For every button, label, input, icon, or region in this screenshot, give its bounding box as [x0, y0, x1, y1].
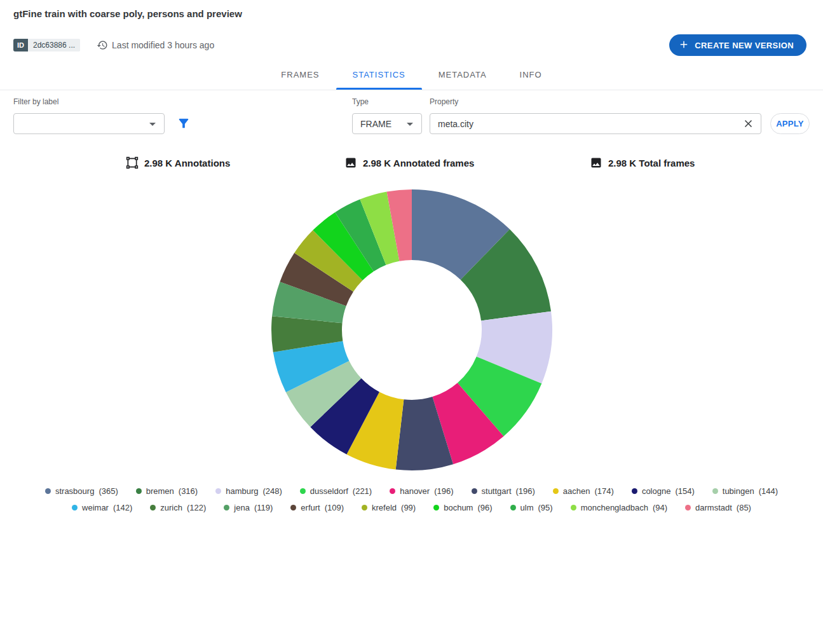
tab-frames[interactable]: FRAMES: [264, 60, 336, 90]
legend-count: (119): [254, 503, 273, 512]
legend-item-erfurt[interactable]: erfurt(109): [290, 503, 344, 512]
type-select-value: FRAME: [353, 119, 402, 129]
legend-item-krefeld[interactable]: krefeld(99): [362, 503, 416, 512]
legend-dot: [632, 488, 637, 494]
legend-count: (95): [538, 503, 553, 512]
dataset-id-chip[interactable]: ID 2dc63886 ...: [13, 39, 80, 51]
legend-item-monchengladbach[interactable]: monchengladbach(94): [571, 503, 667, 512]
legend-label: ulm: [520, 503, 534, 512]
legend-item-zurich[interactable]: zurich(122): [150, 503, 206, 512]
legend-count: (196): [434, 486, 453, 496]
stat-total-frames: 2.98 K Total frames: [590, 154, 695, 171]
filter-funnel-button[interactable]: [177, 116, 191, 132]
legend-count: (154): [675, 486, 694, 496]
stats-row: 2.98 K Annotations 2.98 K Annotated fram…: [0, 154, 823, 171]
filter-toolbar: Filter by label Type FRAME Property: [0, 90, 823, 137]
legend-label: bochum: [444, 503, 473, 512]
frames-icon: [344, 156, 357, 169]
legend-label: krefeld: [372, 503, 397, 512]
city-donut-chart: [271, 189, 553, 471]
legend-dot: [290, 505, 296, 510]
tab-statistics[interactable]: STATISTICS: [336, 60, 422, 90]
dataset-statistics-page: gtFine train with coarse poly, persons a…: [0, 0, 823, 644]
legend-item-tubingen[interactable]: tubingen(144): [712, 486, 778, 496]
page-title: gtFine train with coarse poly, persons a…: [13, 8, 808, 20]
legend-item-hanover[interactable]: hanover(196): [390, 486, 453, 496]
chart-legend: strasbourg(365)bremen(316)hamburg(248)du…: [0, 486, 823, 512]
tab-metadata[interactable]: METADATA: [422, 60, 503, 90]
chevron-down-icon: [145, 116, 164, 132]
header-meta-row: ID 2dc63886 ... Last modified 3 hours ag…: [13, 34, 808, 56]
legend-item-dusseldorf[interactable]: dusseldorf(221): [300, 486, 372, 496]
legend-count: (94): [653, 503, 667, 512]
last-modified: Last modified 3 hours ago: [97, 39, 214, 51]
legend-label: strasbourg: [55, 486, 94, 496]
legend-item-darmstadt[interactable]: darmstadt(85): [685, 503, 751, 512]
legend-dot: [45, 488, 51, 494]
legend-item-jena[interactable]: jena(119): [224, 503, 273, 512]
clear-icon[interactable]: [736, 118, 761, 130]
legend-label: monchengladbach: [581, 503, 648, 512]
legend-label: jena: [234, 503, 250, 512]
legend-item-bochum[interactable]: bochum(96): [433, 503, 492, 512]
legend-dot: [390, 488, 395, 494]
legend-label: dusseldorf: [310, 486, 348, 496]
legend-count: (99): [401, 503, 416, 512]
property-input[interactable]: [430, 119, 736, 129]
legend-dot: [224, 505, 229, 510]
history-icon: [97, 39, 108, 51]
legend-item-aachen[interactable]: aachen(174): [553, 486, 614, 496]
legend-dot: [712, 488, 718, 494]
legend-item-strasbourg[interactable]: strasbourg(365): [45, 486, 118, 496]
legend-count: (365): [99, 486, 118, 496]
type-select[interactable]: FRAME: [352, 113, 422, 134]
legend-dot: [472, 488, 477, 494]
legend-label: zurich: [160, 503, 182, 512]
chevron-down-icon: [402, 116, 421, 132]
legend-dot: [571, 505, 576, 510]
legend-item-ulm[interactable]: ulm(95): [510, 503, 553, 512]
legend-count: (144): [759, 486, 778, 496]
legend-dot: [685, 505, 691, 510]
legend-count: (142): [113, 503, 132, 512]
id-badge: ID: [13, 39, 28, 51]
plus-icon: [678, 39, 690, 52]
stat-annotations: 2.98 K Annotations: [126, 154, 230, 171]
legend-dot: [72, 505, 78, 510]
filter-icon: [177, 116, 191, 132]
property-field: [430, 113, 761, 134]
legend-count: (122): [187, 503, 206, 512]
legend-dot: [215, 488, 221, 494]
label-filter-label: Filter by label: [13, 97, 58, 106]
legend-item-cologne[interactable]: cologne(154): [632, 486, 695, 496]
legend-label: hamburg: [226, 486, 258, 496]
legend-dot: [362, 505, 367, 510]
legend-dot: [136, 488, 142, 494]
chart-area: [0, 189, 823, 471]
frames-icon: [590, 156, 602, 169]
create-new-version-button[interactable]: CREATE NEW VERSION: [669, 34, 806, 56]
annotations-icon: [126, 156, 139, 169]
legend-count: (316): [179, 486, 198, 496]
legend-item-stuttgart[interactable]: stuttgart(196): [472, 486, 535, 496]
tab-bar: FRAMES STATISTICS METADATA INFO: [0, 60, 823, 90]
legend-count: (85): [737, 503, 751, 512]
tab-info[interactable]: INFO: [503, 60, 559, 90]
legend-label: erfurt: [301, 503, 320, 512]
legend-dot: [510, 505, 516, 510]
legend-dot: [553, 488, 559, 494]
legend-item-bremen[interactable]: bremen(316): [136, 486, 198, 496]
legend-count: (174): [595, 486, 614, 496]
type-filter-label: Type: [352, 97, 369, 106]
label-filter-select[interactable]: [13, 113, 165, 134]
legend-item-weimar[interactable]: weimar(142): [72, 503, 132, 512]
legend-dot: [150, 505, 156, 510]
stat-annotated-frames: 2.98 K Annotated frames: [344, 154, 474, 171]
legend-item-hamburg[interactable]: hamburg(248): [215, 486, 282, 496]
stat-annotated-frames-label: 2.98 K Annotated frames: [363, 158, 474, 168]
legend-label: stuttgart: [482, 486, 512, 496]
dataset-id-value: 2dc63886 ...: [28, 39, 80, 51]
legend-dot: [300, 488, 306, 494]
apply-button[interactable]: APPLY: [770, 113, 810, 134]
legend-label: tubingen: [723, 486, 754, 496]
